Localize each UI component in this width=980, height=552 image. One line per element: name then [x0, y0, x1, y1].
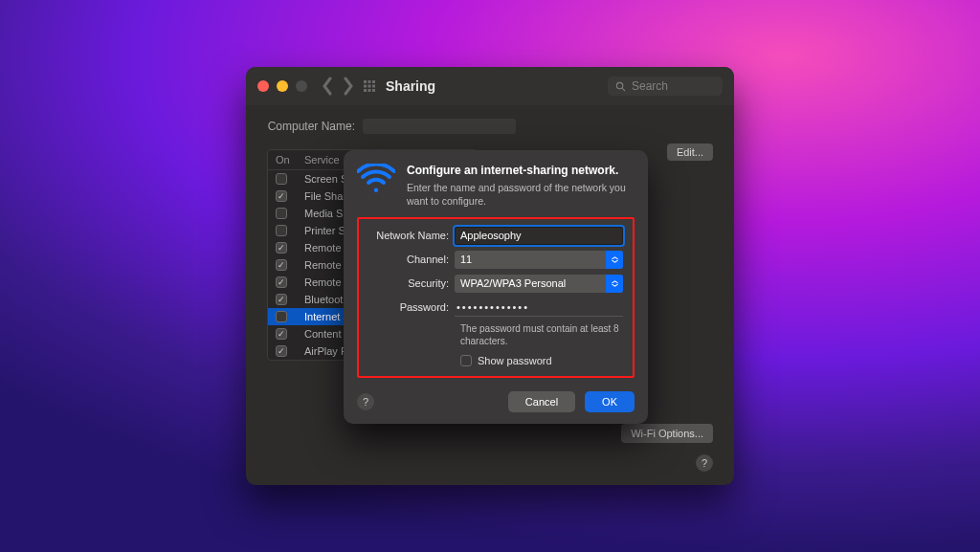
svg-rect-3 [364, 85, 367, 88]
service-checkbox[interactable] [276, 225, 287, 236]
show-password-row[interactable]: Show password [460, 355, 623, 366]
sharing-prefpane-window: Sharing Search Computer Name: Edit... On… [246, 67, 734, 485]
security-value: WPA2/WPA3 Personal [460, 277, 566, 289]
search-placeholder: Search [632, 79, 668, 93]
show-password-checkbox[interactable] [460, 355, 472, 366]
back-button[interactable] [319, 77, 338, 96]
network-name-row: Network Name: [368, 227, 623, 245]
password-row: Password: ••••••••••••• [368, 298, 623, 317]
service-checkbox[interactable] [276, 173, 287, 185]
service-checkbox[interactable]: ✓ [276, 276, 287, 288]
sheet-title: Configure an internet-sharing network. [407, 164, 635, 179]
channel-row: Channel: 11 [368, 251, 623, 269]
window-title: Sharing [386, 78, 435, 94]
svg-rect-6 [364, 89, 367, 92]
channel-select[interactable]: 11 [455, 251, 623, 269]
password-input[interactable]: ••••••••••••• [455, 298, 623, 317]
chevron-updown-icon [606, 251, 623, 269]
show-password-label: Show password [478, 355, 552, 366]
svg-line-10 [622, 88, 625, 91]
network-name-label: Network Name: [368, 230, 455, 241]
computer-name-field[interactable] [363, 119, 516, 134]
svg-rect-5 [372, 85, 375, 88]
zoom-button[interactable] [296, 80, 307, 92]
titlebar: Sharing Search [246, 67, 734, 105]
cancel-button[interactable]: Cancel [508, 391, 575, 412]
svg-point-9 [616, 82, 622, 88]
svg-rect-1 [368, 80, 371, 83]
chevron-left-icon [319, 77, 338, 96]
wifi-icon [357, 164, 395, 196]
sheet-header: Configure an internet-sharing network. E… [357, 164, 635, 208]
password-label: Password: [368, 301, 455, 313]
svg-rect-2 [372, 80, 375, 83]
channel-value: 11 [460, 254, 472, 265]
service-checkbox[interactable]: ✓ [276, 294, 287, 305]
service-checkbox[interactable] [276, 311, 287, 322]
svg-rect-8 [372, 89, 375, 92]
security-label: Security: [368, 277, 455, 289]
chevron-updown-icon [606, 275, 623, 293]
svg-rect-0 [364, 80, 367, 83]
service-checkbox[interactable]: ✓ [276, 190, 287, 202]
close-button[interactable] [257, 80, 269, 92]
wifi-options-button[interactable]: Wi-Fi Options... [621, 424, 713, 443]
show-all-button[interactable] [363, 79, 376, 93]
security-select[interactable]: WPA2/WPA3 Personal [455, 275, 623, 293]
search-field[interactable]: Search [608, 77, 723, 96]
channel-label: Channel: [368, 254, 455, 265]
sheet-subtitle: Enter the name and password of the netwo… [407, 181, 635, 208]
highlighted-form-area: Network Name: Channel: 11 Security: WPA2… [357, 217, 635, 378]
search-icon [615, 81, 626, 92]
computer-name-row: Computer Name: [267, 119, 713, 134]
service-checkbox[interactable]: ✓ [276, 328, 287, 340]
svg-rect-4 [368, 85, 371, 88]
minimize-button[interactable] [277, 80, 288, 92]
computer-name-label: Computer Name: [267, 120, 363, 133]
forward-button[interactable] [338, 77, 357, 96]
grid-icon [363, 79, 376, 93]
service-checkbox[interactable]: ✓ [276, 259, 287, 271]
password-hint: The password must contain at least 8 cha… [460, 322, 623, 347]
ok-button[interactable]: OK [585, 391, 635, 412]
wifi-options-sheet: Configure an internet-sharing network. E… [344, 150, 648, 424]
security-row: Security: WPA2/WPA3 Personal [368, 275, 623, 293]
service-checkbox[interactable]: ✓ [276, 345, 287, 357]
service-checkbox[interactable] [276, 208, 287, 219]
traffic-lights [257, 80, 307, 92]
sheet-footer: ? Cancel OK [357, 391, 635, 412]
chevron-right-icon [338, 77, 357, 96]
network-name-input[interactable] [455, 227, 623, 245]
sheet-help-button[interactable]: ? [357, 393, 374, 410]
svg-rect-7 [368, 89, 371, 92]
service-checkbox[interactable]: ✓ [276, 242, 287, 254]
help-button[interactable]: ? [696, 454, 713, 472]
col-on: On [276, 154, 304, 166]
